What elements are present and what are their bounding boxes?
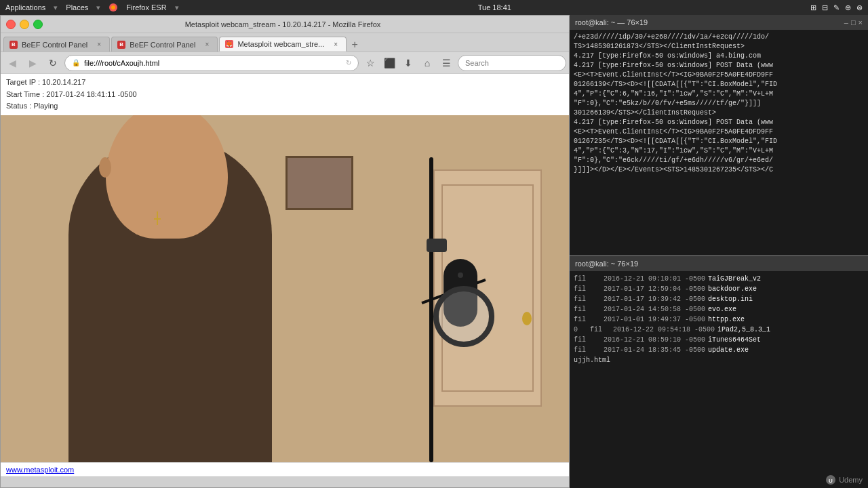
home-button[interactable]: ⌂ — [418, 54, 436, 72]
terminal-line: }]]]></D></E></Events><STS>1485301267235… — [574, 165, 864, 175]
os-top-bar: Applications ▾ Places ▾ Firefox ESR ▾ Tu… — [0, 0, 868, 15]
terminal-line: <E><T>Event.ClientInst</T><IG>9BA0F2F5A0… — [574, 127, 864, 137]
terminal-top-controls[interactable]: – □ × — [844, 18, 863, 26]
start-time-row: Start Time : 2017-01-24 18:41:11 -0500 — [6, 89, 564, 101]
search-input[interactable] — [465, 59, 559, 67]
door-knob — [522, 312, 532, 325]
tab-close-beef-2[interactable]: × — [202, 40, 212, 49]
file-row: fil 2017-01-24 18:35:45 -0500 update.exe — [574, 345, 864, 355]
browser-status-bar — [1, 476, 569, 487]
download-button[interactable]: ⬇ — [399, 54, 417, 72]
address-input[interactable] — [84, 59, 342, 67]
file-row: 0 fil 2016-12-22 09:54:18 -0500 iPad2,5_… — [574, 325, 864, 335]
terminal-line: "F":0},"C":"e6ck/////ti/gf/+e6dh/////v6/… — [574, 156, 864, 165]
terminal-line: 4","P":{"C":3,"N":17,"I":"1cw","S":"C","… — [574, 146, 864, 156]
pocket-button[interactable]: ⬛ — [380, 54, 398, 72]
os-icon-2: ⊟ — [822, 3, 828, 12]
term-minimize-btn[interactable]: – — [844, 18, 848, 26]
webcam-feed — [1, 115, 569, 462]
picture-frame — [285, 156, 353, 210]
file-name: iTunes6464Set — [708, 335, 761, 345]
file-row: fil 2016-12-21 09:10:01 -0500 TaiGJBreak… — [574, 274, 864, 284]
firefox-esr-menu[interactable]: Firefox ESR — [126, 3, 166, 12]
terminal-top-content: /+e23d/////1dp/30/+e268////1dv/1a/+e2cq/… — [570, 30, 868, 255]
file-type: fil — [574, 284, 593, 294]
firefox-esr-icon — [108, 3, 118, 12]
file-row: fil 2017-01-24 14:50:58 -0500 evo.exe — [574, 304, 864, 314]
file-type: fil — [574, 345, 593, 355]
terminal-bottom-title: root@kali: ~ 76×19 — [575, 260, 638, 268]
back-button[interactable]: ◀ — [3, 54, 21, 72]
file-name: desktop.ini — [708, 294, 753, 304]
os-icon-3: ✎ — [833, 3, 840, 12]
udemy-watermark: U Udemy — [825, 474, 863, 485]
terminal-top-title: root@kali: ~ — 76×19 — [575, 18, 648, 26]
file-date: 2017-01-24 18:35:45 -0500 — [595, 345, 705, 355]
file-date: 2016-12-21 09:10:01 -0500 — [595, 274, 705, 284]
tab-label-beef-2: BeEF Control Panel — [130, 41, 195, 49]
reload-small-icon: ↻ — [346, 59, 351, 66]
navigation-bar: ◀ ▶ ↻ 🔒 ↻ ☆ ⬛ ⬇ ⌂ ☰ — [1, 52, 569, 74]
terminal-line: 01266139</TS><D><![[CDATA[[{"T":"CI.BoxM… — [574, 80, 864, 89]
start-time-label: Start Time — [6, 90, 40, 98]
file-row: fil 2017-01-17 19:39:42 -0500 desktop.in… — [574, 294, 864, 304]
terminal-top-pane: root@kali: ~ — 76×19 – □ × /+e23d/////1d… — [570, 15, 868, 256]
browser-title-bar: Metasploit webcam_stream - 10.20.14.217 … — [1, 16, 569, 33]
webcam-background — [1, 115, 569, 462]
terminal-prompt-line: ujjh.html — [574, 355, 864, 365]
tab-beef-2[interactable]: B BeEF Control Panel × — [111, 37, 218, 52]
applications-menu[interactable]: Applications — [5, 3, 45, 12]
minimize-window-button[interactable] — [20, 20, 29, 29]
tab-close-metasploit[interactable]: × — [331, 39, 340, 49]
file-date: 2016-12-22 09:54:18 -0500 — [605, 325, 715, 335]
tab-label-beef-1: BeEF Control Panel — [22, 41, 87, 49]
terminal-bottom-pane: root@kali: ~ 76×19 fil 2016-12-21 09:10:… — [570, 256, 868, 488]
file-name: evo.exe — [708, 304, 736, 314]
forward-button[interactable]: ▶ — [24, 54, 41, 72]
close-window-button[interactable] — [6, 20, 16, 29]
tab-metasploit[interactable]: 🦊 Metasploit webcam_stre... × — [219, 37, 347, 52]
file-name: httpp.exe — [708, 314, 745, 325]
new-tab-button[interactable]: + — [348, 38, 361, 52]
pop-filter — [433, 286, 494, 347]
person-head — [106, 115, 228, 239]
necklace-cross-horizontal — [154, 218, 161, 220]
browser-title: Metasploit webcam_stream - 10.20.14.217 … — [43, 20, 523, 28]
terminal-line: 4","P":{"C":6,"N":16,"I":"1cw","S":"C","… — [574, 89, 864, 99]
bookmark-star-button[interactable]: ☆ — [361, 54, 379, 72]
file-date: 2017-01-24 14:50:58 -0500 — [595, 304, 705, 314]
tab-favicon-metasploit: 🦊 — [225, 40, 233, 48]
metasploit-link[interactable]: www.metasploit.com — [6, 466, 74, 474]
term-maximize-btn[interactable]: □ — [851, 18, 856, 26]
tab-close-beef-1[interactable]: × — [94, 40, 104, 49]
menu-button[interactable]: ☰ — [437, 54, 455, 72]
file-type: fil — [574, 294, 593, 304]
tab-beef-1[interactable]: B BeEF Control Panel × — [3, 37, 110, 52]
places-menu[interactable]: Places — [66, 3, 88, 12]
maximize-window-button[interactable] — [33, 20, 43, 29]
terminal-line: TS>1485301261873</STS></ClientInstReques… — [574, 42, 864, 52]
mic-stand — [429, 157, 433, 462]
tab-favicon-beef-2: B — [117, 41, 125, 49]
svg-text:U: U — [829, 478, 833, 484]
svg-point-1 — [111, 5, 115, 9]
file-type: fil — [574, 274, 593, 284]
term-close-btn[interactable]: × — [859, 18, 863, 26]
terminal-line: 4.217 [type:Firefox-50 os:Windows] a4.bi… — [574, 52, 864, 61]
terminal-line: <E><T>Event.ClientInst</T><IG>9BA0F2F5A0… — [574, 70, 864, 80]
file-row: fil 2016-12-21 08:59:10 -0500 iTunes6464… — [574, 335, 864, 345]
nav-action-icons: ☆ ⬛ ⬇ ⌂ ☰ — [361, 54, 455, 72]
address-bar[interactable]: 🔒 ↻ — [64, 55, 359, 71]
search-box[interactable] — [458, 55, 566, 71]
browser-window-controls[interactable] — [6, 20, 43, 29]
browser-tabs-bar: B BeEF Control Panel × B BeEF Control Pa… — [1, 33, 569, 52]
tab-label-metasploit: Metasploit webcam_stre... — [237, 40, 324, 48]
os-icon-4: ⊕ — [845, 3, 851, 12]
terminal-top-bar: root@kali: ~ — 76×19 – □ × — [570, 15, 868, 30]
reload-button[interactable]: ↻ — [44, 54, 62, 72]
file-name: update.exe — [708, 345, 749, 355]
udemy-logo-icon: U — [825, 474, 836, 485]
terminal-line: "F":0},"C":"e5kz/b//0/fv/+e5ms/////tf/ge… — [574, 99, 864, 108]
terminal-bottom-content: fil 2016-12-21 09:10:01 -0500 TaiGJBreak… — [570, 271, 868, 488]
browser-window: Metasploit webcam_stream - 10.20.14.217 … — [0, 15, 570, 488]
